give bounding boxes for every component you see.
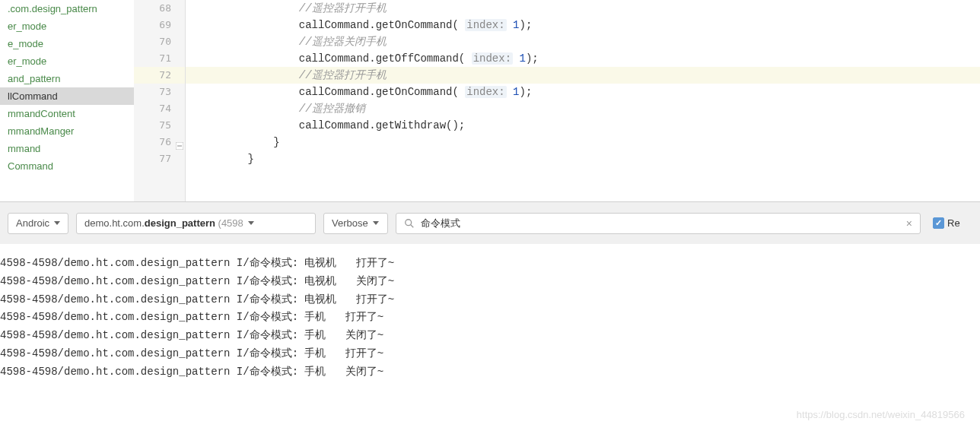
chevron-down-icon bbox=[373, 221, 379, 225]
editor-gutter: 68697071727374757677 bbox=[134, 0, 186, 201]
process-label: demo.ht.com.design_pattern (4598 bbox=[84, 217, 243, 229]
sidebar-item[interactable]: Command bbox=[0, 157, 134, 175]
search-input[interactable]: 命令模式 bbox=[421, 217, 900, 230]
search-box[interactable]: 命令模式 × bbox=[396, 213, 921, 234]
loglevel-dropdown[interactable]: Verbose bbox=[323, 213, 388, 234]
code-line[interactable]: } bbox=[186, 134, 980, 150]
line-number: 73 bbox=[134, 84, 185, 100]
code-line[interactable] bbox=[186, 167, 980, 184]
line-number: 74 bbox=[134, 100, 185, 117]
device-dropdown[interactable]: Androic bbox=[8, 213, 68, 234]
code-editor[interactable]: //遥控器打开手机 callCommand.getOnCommand( inde… bbox=[186, 0, 980, 201]
svg-line-3 bbox=[411, 224, 414, 227]
sidebar-item[interactable]: mmandManger bbox=[0, 122, 134, 140]
code-line[interactable]: //遥控器打开手机 bbox=[186, 67, 980, 84]
code-line[interactable]: //遥控器关闭手机 bbox=[186, 33, 980, 50]
line-number: 75 bbox=[134, 117, 185, 134]
chevron-down-icon bbox=[248, 221, 254, 225]
line-number: 70 bbox=[134, 33, 185, 50]
log-line[interactable]: 4598-4598/demo.ht.com.design_pattern I/命… bbox=[0, 345, 980, 363]
line-number: 69 bbox=[134, 17, 185, 33]
line-number: 76 bbox=[134, 134, 185, 150]
device-label: Androic bbox=[16, 217, 49, 229]
line-number: 72 bbox=[134, 67, 185, 84]
log-line[interactable]: 4598-4598/demo.ht.com.design_pattern I/命… bbox=[0, 255, 980, 273]
sidebar-item[interactable]: mmandContent bbox=[0, 105, 134, 122]
line-number: 71 bbox=[134, 50, 185, 67]
code-line[interactable]: } bbox=[186, 150, 980, 167]
log-line[interactable]: 4598-4598/demo.ht.com.design_pattern I/命… bbox=[0, 309, 980, 327]
clear-search-icon[interactable]: × bbox=[906, 217, 912, 230]
sidebar-item[interactable]: and_pattern bbox=[0, 70, 134, 87]
search-icon bbox=[404, 218, 415, 229]
fold-icon[interactable] bbox=[176, 138, 183, 146]
line-number: 77 bbox=[134, 150, 185, 167]
regex-label: Re bbox=[947, 217, 960, 229]
chevron-down-icon bbox=[54, 221, 60, 225]
code-line[interactable]: callCommand.getWithdraw(); bbox=[186, 117, 980, 134]
structure-sidebar: .com.design_patterner_modee_modeer_modea… bbox=[0, 0, 134, 201]
sidebar-item[interactable]: er_mode bbox=[0, 17, 134, 35]
code-line[interactable]: //遥控器撤销 bbox=[186, 100, 980, 117]
code-line[interactable]: callCommand.getOffCommand( index: 1); bbox=[186, 50, 980, 67]
sidebar-item[interactable]: er_mode bbox=[0, 52, 134, 70]
sidebar-item[interactable]: llCommand bbox=[0, 87, 134, 105]
loglevel-label: Verbose bbox=[332, 217, 368, 229]
sidebar-item[interactable]: e_mode bbox=[0, 35, 134, 52]
regex-checkbox-group[interactable]: Re bbox=[933, 217, 960, 229]
code-line[interactable]: callCommand.getOnCommand( index: 1); bbox=[186, 17, 980, 33]
process-dropdown[interactable]: demo.ht.com.design_pattern (4598 bbox=[76, 213, 316, 234]
sidebar-item[interactable]: .com.design_pattern bbox=[0, 0, 134, 17]
log-line[interactable]: 4598-4598/demo.ht.com.design_pattern I/命… bbox=[0, 291, 980, 309]
sidebar-item[interactable]: mmand bbox=[0, 140, 134, 157]
watermark: https://blog.csdn.net/weixin_44819566 bbox=[797, 409, 965, 420]
regex-checkbox[interactable] bbox=[933, 217, 944, 229]
code-line[interactable]: callCommand.getOnCommand( index: 1); bbox=[186, 84, 980, 100]
log-line[interactable]: 4598-4598/demo.ht.com.design_pattern I/命… bbox=[0, 327, 980, 345]
logcat-output[interactable]: 4598-4598/demo.ht.com.design_pattern I/命… bbox=[0, 244, 980, 382]
code-line[interactable]: //遥控器打开手机 bbox=[186, 0, 980, 17]
line-number: 68 bbox=[134, 0, 185, 17]
logcat-toolbar: Androic demo.ht.com.design_pattern (4598… bbox=[0, 201, 980, 244]
log-line[interactable]: 4598-4598/demo.ht.com.design_pattern I/命… bbox=[0, 273, 980, 291]
svg-point-2 bbox=[406, 219, 412, 225]
line-number bbox=[134, 167, 185, 184]
log-line[interactable]: 4598-4598/demo.ht.com.design_pattern I/命… bbox=[0, 363, 980, 382]
